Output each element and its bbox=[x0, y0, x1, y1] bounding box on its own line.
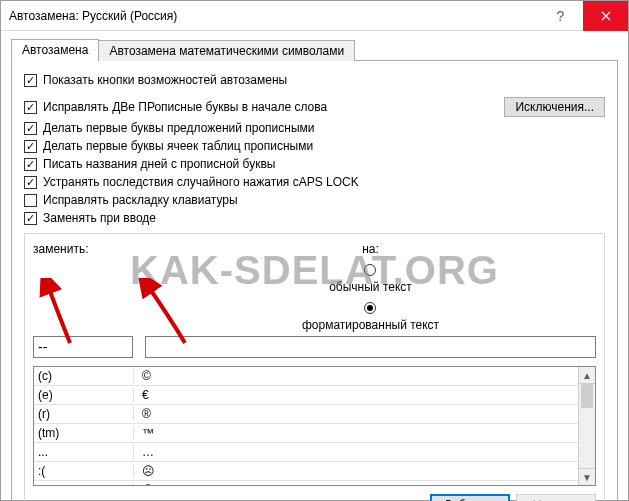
cell-from: :-( bbox=[34, 483, 134, 485]
exceptions-button[interactable]: Исключения... bbox=[504, 97, 605, 117]
opt-show-buttons[interactable]: Показать кнопки возможностей автозамены bbox=[24, 73, 605, 87]
scroll-up-icon[interactable]: ▲ bbox=[579, 367, 595, 384]
cell-to: € bbox=[134, 388, 578, 402]
opt-keyboard-layout[interactable]: Исправлять раскладку клавиатуры bbox=[24, 193, 605, 207]
add-button[interactable]: Добавить bbox=[430, 494, 510, 501]
tab-autocorrect[interactable]: Автозамена bbox=[11, 39, 99, 61]
delete-button: Удалить bbox=[516, 494, 596, 501]
cell-to: ™ bbox=[134, 426, 578, 440]
tab-body: Показать кнопки возможностей автозамены … bbox=[11, 61, 618, 501]
with-label: на: bbox=[362, 242, 379, 256]
cell-from: :( bbox=[34, 464, 134, 478]
checkbox-icon bbox=[24, 140, 37, 153]
scroll-track[interactable] bbox=[579, 384, 595, 468]
cell-from: (e) bbox=[34, 388, 134, 402]
tab-strip: Автозамена Автозамена математическими си… bbox=[11, 37, 618, 61]
checkbox-icon bbox=[24, 176, 37, 189]
radio-plain-text[interactable] bbox=[364, 264, 376, 276]
cell-from: ... bbox=[34, 445, 134, 459]
with-input[interactable] bbox=[145, 336, 596, 358]
table-row[interactable]: (r)® bbox=[34, 405, 578, 424]
cell-to: ® bbox=[134, 407, 578, 421]
content-area: Автозамена Автозамена математическими си… bbox=[1, 31, 628, 501]
opt-cap-first-cells[interactable]: Делать первые буквы ячеек таблиц прописн… bbox=[24, 139, 605, 153]
table-row[interactable]: ...… bbox=[34, 443, 578, 462]
checkbox-icon bbox=[24, 194, 37, 207]
opt-caps-lock[interactable]: Устранять последствия случайного нажатия… bbox=[24, 175, 605, 189]
cell-to: ☹ bbox=[134, 464, 578, 478]
checkbox-icon bbox=[24, 212, 37, 225]
opt-replace-on-type[interactable]: Заменять при вводе bbox=[24, 211, 605, 225]
checkbox-icon bbox=[24, 74, 37, 87]
cell-from: (r) bbox=[34, 407, 134, 421]
window-title: Автозамена: Русский (Россия) bbox=[1, 9, 538, 23]
opt-cap-days[interactable]: Писать названия дней с прописной буквы bbox=[24, 157, 605, 171]
table-row[interactable]: (c)© bbox=[34, 367, 578, 386]
replacements-table: (c)©(e)€(r)®(tm)™...…:(☹:-(☹ ▲ ▼ bbox=[33, 366, 596, 486]
cell-from: (c) bbox=[34, 369, 134, 383]
checkbox-icon bbox=[24, 101, 37, 114]
radio-formatted-text[interactable] bbox=[364, 302, 376, 314]
tab-math-autocorrect[interactable]: Автозамена математическими символами bbox=[98, 40, 355, 61]
close-button[interactable] bbox=[583, 1, 628, 31]
table-row[interactable]: :-(☹ bbox=[34, 481, 578, 485]
table-body[interactable]: (c)©(e)€(r)®(tm)™...…:(☹:-(☹ bbox=[34, 367, 578, 485]
table-row[interactable]: :(☹ bbox=[34, 462, 578, 481]
table-row[interactable]: (tm)™ bbox=[34, 424, 578, 443]
opt-two-initial-caps[interactable]: Исправлять ДВе ПРописные буквы в начале … bbox=[24, 97, 605, 117]
help-button[interactable]: ? bbox=[538, 1, 583, 31]
cell-to: ☹ bbox=[134, 483, 578, 485]
opt-cap-first-sentence[interactable]: Делать первые буквы предложений прописны… bbox=[24, 121, 605, 135]
replace-group: заменить: на: обычный текст форматирован… bbox=[24, 233, 605, 501]
checkbox-icon bbox=[24, 158, 37, 171]
replace-input[interactable] bbox=[33, 336, 133, 358]
cell-from: (tm) bbox=[34, 426, 134, 440]
cell-to: … bbox=[134, 445, 578, 459]
replace-label: заменить: bbox=[33, 242, 133, 256]
table-row[interactable]: (e)€ bbox=[34, 386, 578, 405]
scrollbar[interactable]: ▲ ▼ bbox=[578, 367, 595, 485]
scroll-thumb[interactable] bbox=[581, 384, 593, 408]
close-icon bbox=[601, 11, 611, 21]
checkbox-icon bbox=[24, 122, 37, 135]
dialog-window: Автозамена: Русский (Россия) ? Автозамен… bbox=[0, 0, 629, 501]
scroll-down-icon[interactable]: ▼ bbox=[579, 468, 595, 485]
title-bar: Автозамена: Русский (Россия) ? bbox=[1, 1, 628, 31]
cell-to: © bbox=[134, 369, 578, 383]
